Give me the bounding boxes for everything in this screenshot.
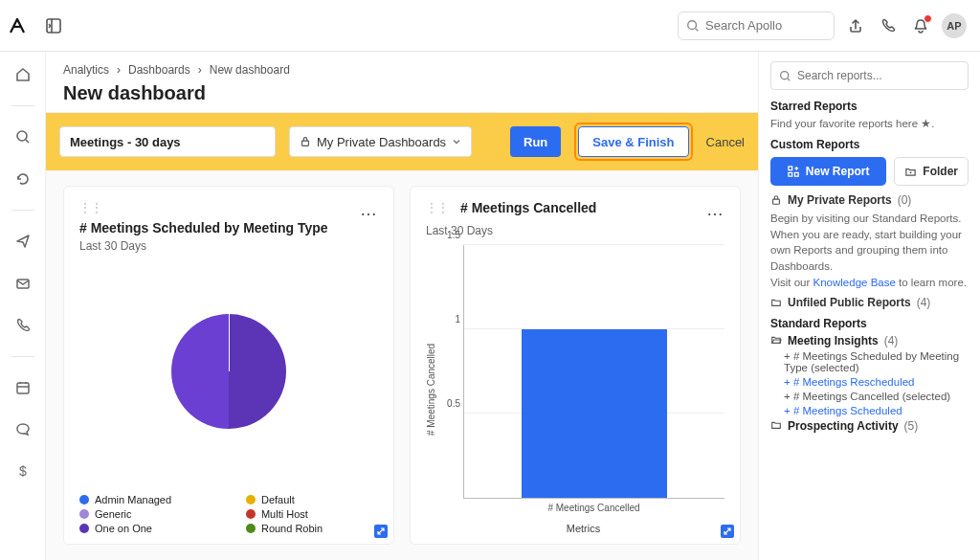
reports-description: Begin by visiting our Standard Reports. … (770, 211, 969, 290)
widget-title: # Meetings Scheduled by Meeting Type (79, 220, 378, 235)
legend-item: Generic (79, 508, 227, 520)
svg-rect-0 (47, 19, 60, 33)
crumb-current: New dashboard (210, 63, 290, 77)
widget-subtitle: Last 30 Days (426, 224, 724, 237)
global-search[interactable] (678, 11, 835, 40)
svg-rect-8 (789, 166, 792, 169)
reports-search[interactable] (770, 61, 969, 90)
share-icon[interactable] (844, 14, 867, 37)
svg-rect-10 (794, 172, 798, 176)
folder-plus-icon (904, 166, 917, 178)
folder-icon (770, 419, 782, 431)
y-tick: 1.5 (441, 230, 460, 240)
my-private-reports-folder[interactable]: My Private Reports (0) (770, 193, 969, 207)
legend-item: Round Robin (246, 523, 378, 534)
pie-chart (79, 260, 378, 482)
report-item-link[interactable]: + # Meetings Scheduled (784, 405, 969, 416)
svg-rect-11 (773, 199, 780, 204)
nav-refresh-icon[interactable] (11, 168, 34, 190)
lock-icon (770, 194, 782, 206)
user-avatar[interactable]: AP (942, 13, 967, 38)
reports-panel: Starred Reports Find your favorite repor… (758, 52, 980, 560)
nav-chat-icon[interactable] (11, 418, 34, 441)
report-item-link[interactable]: + # Meetings Rescheduled (784, 376, 969, 388)
nav-send-icon[interactable] (11, 230, 34, 253)
nav-mail-icon[interactable] (11, 272, 34, 295)
global-search-input[interactable] (705, 18, 866, 33)
nav-home-icon[interactable] (11, 63, 34, 86)
y-axis-label: # Meetings Cancelled (426, 245, 436, 534)
widget-meetings-cancelled: ⋮⋮ # Meetings Cancelled … Last 30 Days #… (410, 186, 741, 545)
crumb-section[interactable]: Dashboards (128, 63, 190, 77)
dashboard-config-bar: My Private Dashboards Run Save & Finish … (46, 113, 758, 170)
svg-rect-6 (302, 141, 309, 146)
report-item-selected[interactable]: + # Meetings Cancelled (selected) (784, 391, 969, 402)
nav-search-icon[interactable] (11, 125, 34, 148)
drag-handle-icon[interactable]: ⋮⋮ (426, 203, 449, 213)
expand-widget-icon[interactable] (374, 525, 388, 538)
widget-subtitle: Last 30 Days (79, 239, 378, 253)
widget-title: # Meetings Cancelled (460, 200, 596, 215)
new-folder-button[interactable]: Folder (894, 157, 969, 186)
drag-handle-icon[interactable]: ⋮⋮ (79, 201, 102, 214)
left-nav-rail: $ (0, 52, 46, 560)
starred-hint: Find your favorite reports here ★. (770, 117, 969, 130)
dashboard-name-input[interactable] (59, 126, 276, 157)
widget-menu-icon[interactable]: … (360, 200, 378, 220)
breadcrumb: Analytics › Dashboards › New dashboard (63, 63, 741, 77)
expand-widget-icon[interactable] (721, 525, 734, 538)
save-finish-highlight: Save & Finish (574, 123, 692, 161)
pie-legend: Admin Managed Default Generic Multi Host… (79, 494, 378, 534)
svg-point-1 (688, 20, 697, 29)
crumb-root[interactable]: Analytics (63, 63, 109, 77)
svg-text:$: $ (19, 463, 27, 479)
grid-plus-icon (788, 166, 800, 178)
widget-meetings-by-type: ⋮⋮ … # Meetings Scheduled by Meeting Typ… (63, 186, 394, 545)
knowledge-base-link[interactable]: Knowledge Base (813, 277, 896, 288)
app-logo (8, 16, 27, 35)
svg-point-2 (17, 131, 27, 141)
dashboard-location-label: My Private Dashboards (317, 135, 446, 149)
page-title: New dashboard (63, 82, 741, 104)
custom-heading: Custom Reports (770, 138, 969, 151)
expand-panel-icon[interactable] (42, 14, 65, 37)
widget-menu-icon[interactable]: … (706, 200, 724, 220)
starred-heading: Starred Reports (770, 100, 969, 113)
chevron-down-icon (452, 137, 461, 146)
folder-icon (770, 297, 782, 308)
svg-rect-9 (789, 172, 792, 176)
legend-item: Multi Host (246, 508, 378, 520)
y-tick: 0.5 (441, 398, 460, 409)
x-axis-label: Metrics (442, 523, 724, 534)
top-bar: AP (0, 0, 980, 52)
nav-phone-icon[interactable] (11, 314, 34, 337)
y-tick: 1 (441, 314, 460, 325)
standard-heading: Standard Reports (770, 317, 969, 330)
prospecting-folder[interactable]: Prospecting Activity (5) (770, 419, 969, 433)
meeting-insights-folder[interactable]: Meeting Insights (4) (770, 334, 969, 347)
phone-icon[interactable] (877, 14, 900, 37)
run-button[interactable]: Run (510, 126, 561, 157)
legend-item: Admin Managed (79, 494, 227, 505)
dashboard-location-select[interactable]: My Private Dashboards (289, 126, 472, 157)
unfiled-reports-folder[interactable]: Unfiled Public Reports (4) (770, 296, 969, 309)
new-report-button[interactable]: New Report (770, 157, 886, 186)
x-category: # Meetings Cancelled (463, 503, 724, 513)
cancel-button[interactable]: Cancel (706, 135, 745, 149)
bar-chart: # Meetings Cancelled 0.5 1 1.5 (426, 245, 724, 534)
nav-calendar-icon[interactable] (11, 376, 34, 399)
notifications-icon[interactable] (909, 14, 932, 37)
nav-money-icon[interactable]: $ (11, 460, 34, 483)
reports-search-input[interactable] (797, 69, 960, 82)
report-item-selected[interactable]: + # Meetings Scheduled by Meeting Type (… (784, 350, 969, 373)
chevron-right-icon: › (117, 63, 121, 77)
save-finish-button[interactable]: Save & Finish (578, 126, 688, 157)
svg-rect-4 (17, 383, 29, 393)
legend-item: Default (246, 494, 378, 505)
legend-item: One on One (79, 523, 227, 534)
svg-point-7 (781, 71, 789, 78)
chevron-right-icon: › (198, 63, 202, 77)
lock-icon (300, 136, 311, 147)
folder-open-icon (770, 334, 782, 346)
